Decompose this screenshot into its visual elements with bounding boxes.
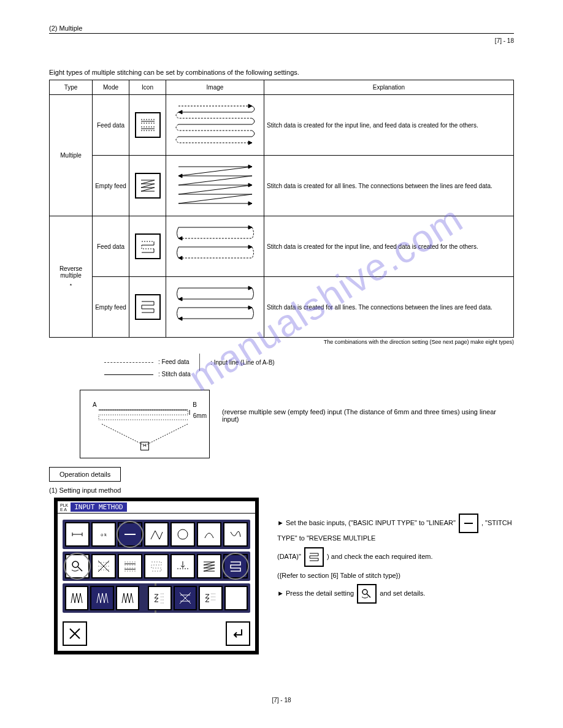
svg-marker-4: [178, 174, 182, 178]
reverse-empty-icon: [135, 294, 161, 320]
top-rule: [49, 33, 514, 34]
cell-diagram: [166, 277, 264, 338]
zigzag-2-button[interactable]: [90, 586, 113, 610]
table-row: Empty feed Stitch dat: [50, 277, 514, 338]
example-caption: (reverse multiple sew (empty feed) input…: [222, 390, 514, 423]
pattern-3-button[interactable]: [199, 586, 222, 610]
plk-logo: PLKE A: [60, 503, 68, 512]
intro-text: Eight types of multiple stitching can be…: [49, 69, 514, 76]
svg-marker-3: [248, 165, 252, 169]
curve-input-button[interactable]: [223, 522, 248, 547]
svg-point-19: [72, 561, 79, 567]
footer-page-number: [7] - 18: [0, 697, 563, 703]
cell-mode: Empty feed: [93, 277, 129, 338]
svg-marker-1: [178, 110, 182, 114]
multiple-feed-icon: [135, 112, 161, 138]
svg-point-21: [362, 590, 367, 594]
cell-diagram: [166, 216, 264, 277]
svg-line-15: [102, 424, 145, 446]
section-heading: (2) Multiple: [49, 25, 514, 32]
reverse-multiple-data-button[interactable]: [223, 554, 248, 578]
svg-marker-9: [248, 245, 252, 249]
stitch-type-row: [63, 552, 250, 581]
cell-mode: Feed data: [93, 95, 129, 156]
svg-marker-14: [178, 317, 182, 320]
table-header-row: Type Mode Icon Image Explanation: [50, 80, 514, 95]
svg-marker-10: [178, 256, 182, 260]
svg-line-16: [145, 424, 188, 446]
dim-6mm: 6mm: [193, 412, 207, 419]
cell-explanation: Stitch data is created for all lines. Th…: [264, 156, 514, 216]
screen-title: INPUT METHOD: [71, 502, 126, 512]
th-icon: Icon: [129, 80, 166, 95]
cell-explanation: Stitch data is created for the input lin…: [264, 216, 514, 277]
cell-diagram: [166, 95, 264, 156]
cell-type: Multiple: [50, 95, 93, 216]
linear-input-button[interactable]: [118, 522, 142, 547]
reverse-multiple-icon: [304, 547, 324, 567]
pattern-1-button[interactable]: [148, 586, 171, 610]
svg-point-18: [178, 529, 188, 539]
legend: : Feed data : Input line (Line of A-B) :…: [104, 354, 514, 377]
ok-button[interactable]: o k: [91, 522, 116, 547]
cell-icon: [129, 156, 166, 216]
reverse-feed-button[interactable]: [144, 554, 169, 578]
reverse-feed-icon: [135, 233, 161, 259]
multiple-feed-button[interactable]: [118, 554, 142, 578]
circle-input-button[interactable]: [170, 522, 195, 547]
linear-icon: [459, 514, 478, 533]
svg-marker-0: [248, 104, 252, 108]
broken-line-button[interactable]: [144, 522, 169, 547]
cell-icon: [129, 216, 166, 277]
cell-mode: Empty feed: [93, 156, 129, 216]
close-icon: [67, 626, 82, 641]
enter-icon: [231, 626, 245, 641]
cell-explanation: Stitch data is created for all lines. Th…: [264, 277, 514, 338]
table-row: Multiple Feed data Stitch data is create…: [50, 95, 514, 156]
multiple-empty-icon: [135, 173, 161, 199]
input-type-row: o k: [63, 520, 250, 549]
cell-icon: [129, 277, 166, 338]
table-note: The combinations with the direction sett…: [49, 339, 514, 345]
th-type: Type: [50, 80, 93, 95]
table-row: Reverse multiple * Feed data: [50, 216, 514, 277]
step-title: (1) Setting input method: [49, 487, 514, 494]
detail-setting-button[interactable]: [65, 554, 90, 578]
table-row: Empty feed Stitch data is created for al…: [50, 156, 514, 216]
arc-input-button[interactable]: [197, 522, 221, 547]
th-mode: Mode: [93, 80, 129, 95]
cell-mode: Feed data: [93, 216, 129, 277]
cell-diagram: [166, 156, 264, 216]
svg-marker-12: [178, 297, 182, 301]
instructions: ► Set the basic inputs, ("BASIC INPUT TY…: [277, 498, 514, 607]
enter-button[interactable]: [226, 621, 250, 646]
page-section-number: [7] - 18: [49, 37, 514, 44]
cell-icon: [129, 95, 166, 156]
svg-marker-13: [248, 306, 252, 309]
detail-setting-icon: [357, 584, 377, 604]
svg-marker-6: [248, 202, 252, 205]
svg-marker-11: [248, 286, 252, 290]
cell-type: Reverse multiple *: [50, 216, 93, 338]
operation-details-label: Operation details: [49, 467, 121, 482]
svg-marker-2: [248, 141, 252, 145]
point-input-button[interactable]: [65, 522, 90, 547]
home-marker: H: [140, 442, 149, 450]
input-method-screen: PLKE A INPUT METHOD o k: [54, 498, 259, 654]
th-image: Image: [166, 80, 264, 95]
cell-explanation: Stitch data is created for the input lin…: [264, 95, 514, 156]
th-explanation: Explanation: [264, 80, 514, 95]
cancel-button[interactable]: [63, 621, 87, 646]
svg-marker-5: [248, 183, 252, 187]
example-box: A B 6mm H: [80, 390, 210, 458]
zigzag-1-button[interactable]: [65, 586, 88, 610]
zigzag-3-button[interactable]: [116, 586, 139, 610]
table-star: *: [52, 282, 90, 289]
svg-marker-7: [248, 226, 252, 229]
offset-down-button[interactable]: [170, 554, 195, 578]
no-stitch-button[interactable]: [91, 554, 116, 578]
pattern-blank-button[interactable]: [224, 586, 248, 610]
svg-marker-8: [178, 237, 182, 240]
multiple-empty-button[interactable]: [197, 554, 221, 578]
pattern-2-button[interactable]: [174, 586, 197, 610]
